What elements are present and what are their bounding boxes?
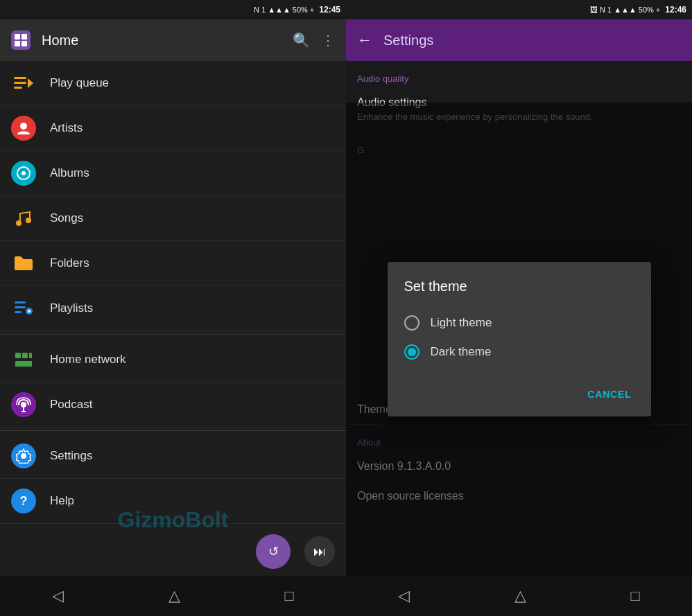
svg-point-10 <box>21 171 26 175</box>
menu-divider-1 <box>0 334 346 335</box>
light-theme-radio[interactable] <box>404 315 419 331</box>
songs-label: Songs <box>50 211 83 225</box>
albums-icon <box>11 161 36 186</box>
search-icon[interactable]: 🔍 <box>293 32 310 49</box>
menu-item-artists[interactable]: Artists <box>0 106 346 151</box>
cancel-button[interactable]: CANCEL <box>585 383 634 405</box>
svg-rect-20 <box>29 353 32 358</box>
play-queue-label: Play queue <box>50 76 109 90</box>
left-status-bar: N 1 ▲▲▲ 50% + 12:45 <box>0 0 346 19</box>
menu-item-podcast[interactable]: Podcast <box>0 382 346 428</box>
menu-item-songs[interactable]: Songs <box>0 196 346 241</box>
right-back-button[interactable]: ◁ <box>398 587 410 605</box>
settings-icon <box>11 443 36 468</box>
menu-item-home-network[interactable]: Home network <box>0 337 346 382</box>
right-status-icons: 🖼 N 1 ▲▲▲ 50% + 12:46 <box>590 5 686 15</box>
menu-item-albums[interactable]: Albums <box>0 151 346 196</box>
svg-rect-15 <box>15 311 21 313</box>
signal-icon: ▲▲▲ <box>268 6 291 14</box>
svg-rect-21 <box>15 361 32 367</box>
play-controls: ↺ ⏭ <box>0 527 346 576</box>
home-network-icon <box>11 347 36 372</box>
home-app-icon <box>11 30 31 50</box>
nfc-icon-right: N <box>600 6 605 14</box>
repeat-button[interactable]: ↺ <box>256 534 291 569</box>
right-time: 12:46 <box>665 5 686 15</box>
battery-plus-icon: + <box>310 6 314 14</box>
dialog-title: Set theme <box>404 279 634 294</box>
help-icon: ? <box>11 489 36 513</box>
svg-rect-0 <box>15 34 20 39</box>
svg-rect-19 <box>22 353 28 358</box>
playlists-icon <box>11 296 36 321</box>
svg-point-17 <box>28 310 31 313</box>
battery-right: 50% <box>639 6 654 14</box>
svg-rect-4 <box>14 77 26 79</box>
svg-rect-13 <box>15 301 26 303</box>
back-button[interactable]: ◁ <box>52 587 64 605</box>
podcast-label: Podcast <box>50 398 92 412</box>
menu-item-settings[interactable]: Settings <box>0 434 346 479</box>
left-time: 12:45 <box>319 5 340 15</box>
svg-rect-1 <box>21 34 27 39</box>
play-queue-icon <box>11 71 36 96</box>
set-theme-dialog: Set theme Light theme Dark theme CANCEL <box>388 262 651 416</box>
songs-icon <box>11 206 36 231</box>
dark-theme-radio[interactable] <box>404 344 419 360</box>
nav-header-icons: 🔍 ⋮ <box>293 32 335 49</box>
svg-point-25 <box>21 453 26 459</box>
recents-button[interactable]: □ <box>284 587 293 605</box>
menu-item-help[interactable]: ? Help <box>0 479 346 524</box>
left-panel: N 1 ▲▲▲ 50% + 12:45 Home 🔍 ⋮ <box>0 0 346 616</box>
svg-rect-2 <box>15 41 20 46</box>
menu-item-playlists[interactable]: Playlists <box>0 286 346 331</box>
nav-title: Home <box>42 33 282 49</box>
menu-list: Play queue Artists Albums <box>0 61 346 576</box>
sim-icon: 1 <box>261 6 266 14</box>
left-bottom-nav: ◁ △ □ <box>0 576 346 616</box>
svg-point-8 <box>20 123 27 130</box>
svg-rect-14 <box>15 306 26 308</box>
right-home-button[interactable]: △ <box>514 587 526 605</box>
more-icon[interactable]: ⋮ <box>321 32 335 49</box>
podcast-icon <box>11 392 36 417</box>
signal-icon-right: ▲▲▲ <box>614 6 637 14</box>
settings-content: Audio quality Audio settings Enhance the… <box>346 61 692 576</box>
svg-point-11 <box>16 220 21 226</box>
menu-divider-2 <box>0 430 346 431</box>
section-audio-quality: Audio quality <box>346 61 692 88</box>
artists-icon <box>11 116 36 141</box>
menu-item-play-queue[interactable]: Play queue <box>0 61 346 106</box>
right-panel: 🖼 N 1 ▲▲▲ 50% + 12:46 ← Settings Audio q… <box>346 0 692 616</box>
light-theme-label: Light theme <box>431 316 492 330</box>
artists-label: Artists <box>50 121 83 135</box>
skip-next-button[interactable]: ⏭ <box>304 536 335 567</box>
left-nav-header: Home 🔍 ⋮ <box>0 19 346 61</box>
dark-theme-label: Dark theme <box>431 345 492 359</box>
right-bottom-nav: ◁ △ □ <box>346 576 692 616</box>
light-theme-option[interactable]: Light theme <box>404 308 634 337</box>
right-status-bar: 🖼 N 1 ▲▲▲ 50% + 12:46 <box>346 0 692 19</box>
image-icon: 🖼 <box>590 6 598 14</box>
svg-rect-6 <box>14 87 22 89</box>
svg-point-22 <box>21 402 26 407</box>
playlists-label: Playlists <box>50 301 93 315</box>
settings-label: Settings <box>50 449 92 463</box>
dark-theme-option[interactable]: Dark theme <box>404 337 634 367</box>
menu-item-folders[interactable]: Folders <box>0 241 346 286</box>
albums-label: Albums <box>50 166 89 180</box>
home-button[interactable]: △ <box>168 587 180 605</box>
settings-header: ← Settings <box>346 19 692 61</box>
battery-level: 50% <box>293 6 308 14</box>
folders-label: Folders <box>50 256 89 270</box>
right-recents-button[interactable]: □ <box>630 587 639 605</box>
sim-icon-right: 1 <box>607 6 612 14</box>
svg-rect-18 <box>15 353 21 358</box>
dialog-actions: CANCEL <box>404 378 634 405</box>
home-network-label: Home network <box>50 353 126 367</box>
svg-point-12 <box>26 218 31 223</box>
back-arrow-icon[interactable]: ← <box>357 31 372 49</box>
help-label: Help <box>50 494 74 508</box>
folders-icon <box>11 251 36 276</box>
svg-rect-5 <box>14 82 26 84</box>
